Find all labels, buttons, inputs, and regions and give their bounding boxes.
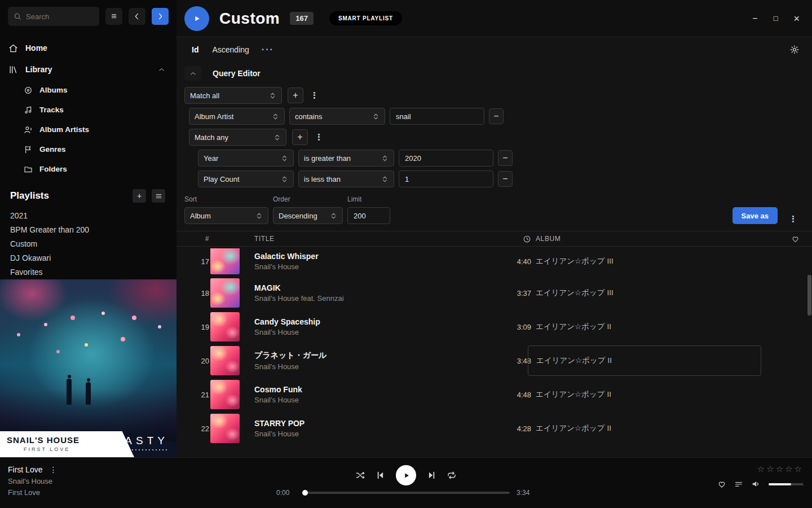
now-playing-title[interactable]: First Love xyxy=(8,465,42,474)
table-row[interactable]: 22 STARRY POP Snail's House 4:28 エイリアン☆ポ… xyxy=(176,411,812,445)
rule-operator-select[interactable]: is less than xyxy=(298,170,394,187)
playlist-item[interactable]: DJ Okawari xyxy=(0,251,176,265)
volume-button[interactable] xyxy=(751,479,761,489)
track-album[interactable]: エイリアン☆ポップ III xyxy=(536,288,614,298)
menu-button[interactable]: ≡ xyxy=(105,8,122,25)
sidebar-item-tracks[interactable]: Tracks xyxy=(0,100,176,120)
column-album[interactable]: ALBUM xyxy=(536,235,778,243)
player-right-controls: ☆☆☆☆☆ xyxy=(717,464,804,489)
track-album[interactable]: エイリアン☆ポップ III xyxy=(536,256,614,266)
sidebar-item-folders[interactable]: Folders xyxy=(0,159,176,179)
sidebar-item-library[interactable]: Library xyxy=(0,59,176,80)
focused-album-cell[interactable]: エイリアン☆ポップ II xyxy=(528,345,761,376)
seek-knob[interactable] xyxy=(302,490,308,496)
sidebar: ≡ Home xyxy=(0,0,176,457)
order-value: Descending xyxy=(279,212,317,220)
sidebar-item-genres[interactable]: Genres xyxy=(0,139,176,159)
rule-value-input[interactable] xyxy=(399,150,493,167)
nav-back-button[interactable] xyxy=(129,8,145,25)
group-options-icon[interactable]: ⋮ xyxy=(314,132,324,142)
table-row[interactable]: 20 プラネット・ガール Snail's House 3:48 エイリアン☆ポッ… xyxy=(176,344,812,378)
next-track-button[interactable] xyxy=(426,470,436,480)
track-album[interactable]: エイリアン☆ポップ II xyxy=(536,423,611,433)
table-row[interactable]: 18 MAGIK Snail's House feat. Sennzai 3:3… xyxy=(176,276,812,310)
playlists-header: Playlists + xyxy=(0,179,176,208)
add-rule-button[interactable]: + xyxy=(292,129,308,145)
sort-select[interactable]: Album xyxy=(184,207,268,224)
rule-field-select[interactable]: Album Artist xyxy=(189,108,285,125)
previous-track-button[interactable] xyxy=(376,470,386,480)
playlist-item[interactable]: Custom xyxy=(0,237,176,251)
rule-value-input[interactable] xyxy=(390,108,484,125)
match-type-select[interactable]: Match all xyxy=(184,87,282,104)
more-options-icon[interactable]: ··· xyxy=(262,45,274,55)
table-row[interactable]: 21 Cosmo Funk Snail's House 4:48 エイリアン☆ポ… xyxy=(176,378,812,411)
track-artist[interactable]: Snail's House xyxy=(254,262,496,271)
collapse-query-editor-button[interactable] xyxy=(184,66,201,81)
close-button[interactable]: × xyxy=(793,14,800,24)
limit-input[interactable] xyxy=(347,207,390,224)
track-artist[interactable]: Snail's House feat. Sennzai xyxy=(254,294,496,303)
playlist-list-button[interactable] xyxy=(152,189,165,203)
track-cover-thumbnail xyxy=(210,312,240,341)
match-type-select[interactable]: Match any xyxy=(189,129,286,146)
sidebar-item-album-artists[interactable]: Album Artists xyxy=(0,120,176,139)
volume-slider[interactable] xyxy=(769,483,804,485)
column-favorite[interactable] xyxy=(778,235,812,243)
remove-rule-button[interactable]: − xyxy=(489,108,504,124)
sidebar-item-label: Tracks xyxy=(39,106,64,114)
playlist-item[interactable]: 2021 xyxy=(0,208,176,222)
save-as-button[interactable]: Save as xyxy=(732,207,778,224)
track-artist[interactable]: Snail's House xyxy=(254,362,496,371)
remove-rule-button[interactable]: − xyxy=(498,150,513,166)
add-playlist-button[interactable]: + xyxy=(133,189,146,203)
rule-operator-select[interactable]: contains xyxy=(289,108,385,125)
remove-rule-button[interactable]: − xyxy=(498,171,513,187)
maximize-button[interactable]: □ xyxy=(774,15,778,22)
play-pause-button[interactable] xyxy=(396,465,416,485)
track-artist[interactable]: Snail's House xyxy=(254,328,496,336)
repeat-button[interactable] xyxy=(447,470,457,480)
table-row[interactable]: 19 Candy Spaceship Snail's House 3:09 エイ… xyxy=(176,310,812,344)
minimize-button[interactable]: − xyxy=(752,14,757,23)
column-index[interactable]: # xyxy=(176,235,210,243)
column-duration[interactable] xyxy=(496,235,536,243)
scrollbar-thumb[interactable] xyxy=(807,275,811,316)
rule-field-select[interactable]: Year xyxy=(198,150,294,167)
sidebar-item-home[interactable]: Home xyxy=(0,37,176,59)
rating-stars[interactable]: ☆☆☆☆☆ xyxy=(757,464,804,474)
shuffle-button[interactable] xyxy=(355,470,365,480)
sort-field-button[interactable]: Id xyxy=(192,45,198,54)
rule-value-input[interactable] xyxy=(399,170,493,187)
settings-gear-icon[interactable] xyxy=(789,45,800,55)
chevron-up-icon[interactable] xyxy=(158,66,165,73)
play-playlist-button[interactable] xyxy=(184,6,209,31)
track-album[interactable]: エイリアン☆ポップ II xyxy=(536,389,611,400)
add-rule-button[interactable]: + xyxy=(288,87,303,103)
sidebar-item-label: Albums xyxy=(39,86,68,94)
favorite-button[interactable] xyxy=(717,480,726,489)
sort-direction-button[interactable]: Ascending xyxy=(212,45,249,54)
track-album[interactable]: エイリアン☆ポップ II xyxy=(536,322,611,332)
queue-button[interactable] xyxy=(734,480,743,489)
search-input[interactable] xyxy=(26,12,94,21)
now-playing-artist[interactable]: Snail's House xyxy=(8,477,57,485)
select-caret-icon xyxy=(330,212,337,220)
order-select[interactable]: Descending xyxy=(273,207,343,224)
search-box[interactable] xyxy=(8,7,99,26)
sidebar-item-albums[interactable]: Albums xyxy=(0,80,176,100)
group-options-icon[interactable]: ⋮ xyxy=(309,90,320,100)
save-options-icon[interactable]: ⋮ xyxy=(788,214,798,224)
rule-operator-select[interactable]: is greater than xyxy=(298,150,394,167)
playlist-item[interactable]: Favorites xyxy=(0,265,176,279)
table-row[interactable]: 17 Galactic Whisper Snail's House 4:40 エ… xyxy=(176,247,812,276)
now-playing-album[interactable]: First Love xyxy=(8,488,57,497)
track-artist[interactable]: Snail's House xyxy=(254,396,496,404)
playlist-item[interactable]: BPM Greater than 200 xyxy=(0,222,176,237)
track-menu-icon[interactable]: ⋮ xyxy=(49,465,57,474)
seek-bar[interactable] xyxy=(302,492,510,494)
nav-forward-button[interactable] xyxy=(152,8,169,25)
column-title[interactable]: TITLE xyxy=(254,235,496,243)
rule-field-select[interactable]: Play Count xyxy=(198,170,294,187)
track-artist[interactable]: Snail's House xyxy=(254,430,496,438)
